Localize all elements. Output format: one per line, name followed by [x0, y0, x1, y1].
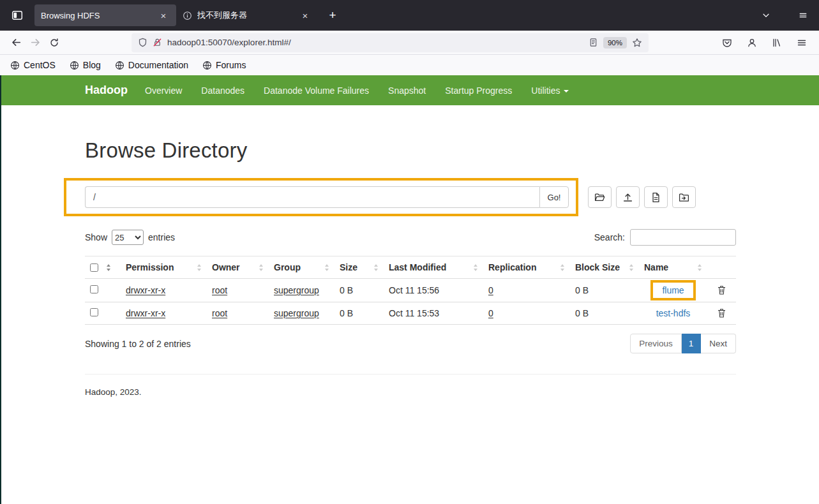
- zoom-level-badge[interactable]: 90%: [603, 37, 627, 48]
- owner-value[interactable]: root: [212, 285, 227, 295]
- trash-icon: [718, 308, 726, 318]
- list-all-tabs-chevron-icon[interactable]: [756, 6, 776, 25]
- table-info: Showing 1 to 2 of 2 entries: [85, 339, 191, 349]
- reload-icon[interactable]: [45, 33, 64, 52]
- insecure-lock-icon[interactable]: [153, 38, 162, 47]
- size-value: 0 B: [340, 308, 353, 318]
- header-size[interactable]: Size: [334, 256, 384, 279]
- name-highlight-box: flume: [650, 280, 695, 300]
- sort-icon: [629, 263, 634, 272]
- replication-value[interactable]: 0: [488, 308, 493, 318]
- bookmarks-bar: CentOS Blog Documentation Forums: [0, 55, 819, 75]
- block-size-value: 0 B: [575, 285, 589, 295]
- bookmark-label: CentOS: [24, 60, 56, 70]
- page-size-select[interactable]: 25: [112, 230, 144, 245]
- delete-button[interactable]: [716, 307, 727, 319]
- tab-close-icon[interactable]: ×: [157, 9, 170, 22]
- current-page-button[interactable]: 1: [682, 334, 702, 353]
- nav-item-datanodes[interactable]: Datanodes: [192, 75, 254, 105]
- row-checkbox[interactable]: [90, 285, 98, 293]
- nav-item-snapshot[interactable]: Snapshot: [379, 75, 435, 105]
- desktop-edge-strip: [0, 75, 1, 504]
- nav-item-utilities-dropdown[interactable]: Utilities: [522, 75, 578, 105]
- globe-icon: [10, 61, 20, 70]
- open-folder-button[interactable]: [588, 186, 612, 208]
- search-input[interactable]: [630, 229, 736, 246]
- library-icon[interactable]: [767, 33, 786, 52]
- group-value[interactable]: supergroup: [274, 285, 319, 295]
- url-text[interactable]: hadoop01:50070/explorer.html#/: [167, 38, 583, 47]
- select-all-checkbox[interactable]: [90, 263, 98, 272]
- replication-value[interactable]: 0: [488, 285, 493, 295]
- toolbar-right-icons: [718, 33, 813, 52]
- browser-titlebar: Browsing HDFS × 找不到服务器 × +: [0, 0, 819, 31]
- pocket-icon[interactable]: [718, 33, 737, 52]
- browser-tab-inactive[interactable]: 找不到服务器 ×: [176, 4, 318, 26]
- firefox-view-icon[interactable]: [8, 6, 27, 25]
- bookmark-documentation[interactable]: Documentation: [115, 60, 188, 70]
- menu-hamburger-icon[interactable]: [792, 33, 811, 52]
- permission-value[interactable]: drwxr-xr-x: [126, 285, 165, 295]
- header-block-size[interactable]: Block Size: [570, 256, 639, 279]
- forward-icon[interactable]: [26, 33, 45, 52]
- account-icon[interactable]: [742, 33, 762, 52]
- browser-toolbar: hadoop01:50070/explorer.html#/ 90%: [0, 31, 819, 55]
- header-permission[interactable]: Permission: [121, 256, 207, 279]
- table-row: drwxr-xr-x root supergroup 0 B Oct 11 15…: [85, 302, 736, 325]
- nav-item-datanode-volume-failures[interactable]: Datanode Volume Failures: [254, 75, 379, 105]
- pagination: Previous 1 Next: [630, 334, 736, 353]
- table-row: drwxr-xr-x root supergroup 0 B Oct 11 15…: [85, 279, 736, 302]
- permission-value[interactable]: drwxr-xr-x: [126, 308, 165, 318]
- hadoop-brand[interactable]: Hadoop: [85, 84, 128, 97]
- header-group[interactable]: Group: [269, 256, 334, 279]
- select-all-header[interactable]: [85, 256, 121, 279]
- file-info-button[interactable]: [644, 186, 668, 208]
- create-folder-button[interactable]: [672, 186, 696, 208]
- table-footer: Showing 1 to 2 of 2 entries Previous 1 N…: [85, 334, 736, 353]
- new-tab-button[interactable]: +: [323, 6, 342, 25]
- reader-mode-icon[interactable]: [589, 38, 598, 47]
- row-checkbox[interactable]: [90, 308, 98, 316]
- header-replication[interactable]: Replication: [483, 256, 570, 279]
- bookmark-forums[interactable]: Forums: [202, 60, 246, 70]
- bookmark-blog[interactable]: Blog: [70, 60, 101, 70]
- previous-page-button[interactable]: Previous: [630, 334, 682, 353]
- sort-icon: [106, 263, 111, 272]
- modified-value: Oct 11 15:53: [389, 308, 439, 318]
- next-page-button[interactable]: Next: [701, 334, 736, 353]
- sort-icon: [697, 263, 702, 272]
- table-header-row: Permission Owner Group Size Last Modifie…: [85, 256, 736, 279]
- go-button[interactable]: Go!: [539, 186, 569, 208]
- bookmark-label: Documentation: [128, 60, 188, 70]
- path-highlight-box: Go!: [64, 178, 578, 216]
- header-name[interactable]: Name: [639, 256, 707, 279]
- nav-item-startup-progress[interactable]: Startup Progress: [435, 75, 522, 105]
- window-menu-icon[interactable]: [795, 7, 811, 24]
- directory-link-flume[interactable]: flume: [662, 285, 684, 295]
- group-value[interactable]: supergroup: [274, 308, 319, 318]
- tracking-shield-icon[interactable]: [138, 38, 147, 47]
- delete-button[interactable]: [716, 284, 727, 296]
- tab-close-icon[interactable]: ×: [299, 9, 312, 22]
- footer-text: Hadoop, 2023.: [85, 387, 736, 422]
- file-text-icon: [650, 192, 661, 203]
- back-icon[interactable]: [6, 33, 26, 52]
- bookmark-centos[interactable]: CentOS: [10, 60, 56, 70]
- directory-table: Permission Owner Group Size Last Modifie…: [85, 256, 736, 325]
- trash-icon: [718, 285, 726, 295]
- directory-path-input[interactable]: [85, 186, 539, 208]
- bookmark-star-icon[interactable]: [632, 38, 642, 48]
- owner-value[interactable]: root: [212, 308, 227, 318]
- upload-file-button[interactable]: [616, 186, 640, 208]
- header-owner[interactable]: Owner: [207, 256, 269, 279]
- header-last-modified[interactable]: Last Modified: [384, 256, 483, 279]
- bookmark-label: Blog: [83, 60, 101, 70]
- directory-link-test-hdfs[interactable]: test-hdfs: [656, 308, 691, 318]
- page-title: Browse Directory: [85, 138, 736, 163]
- browser-tab-active[interactable]: Browsing HDFS ×: [34, 4, 176, 26]
- url-bar[interactable]: hadoop01:50070/explorer.html#/ 90%: [131, 33, 649, 52]
- sort-icon: [197, 263, 202, 272]
- modified-value: Oct 11 15:56: [389, 285, 439, 295]
- nav-item-overview[interactable]: Overview: [135, 75, 192, 105]
- globe-icon: [70, 61, 79, 70]
